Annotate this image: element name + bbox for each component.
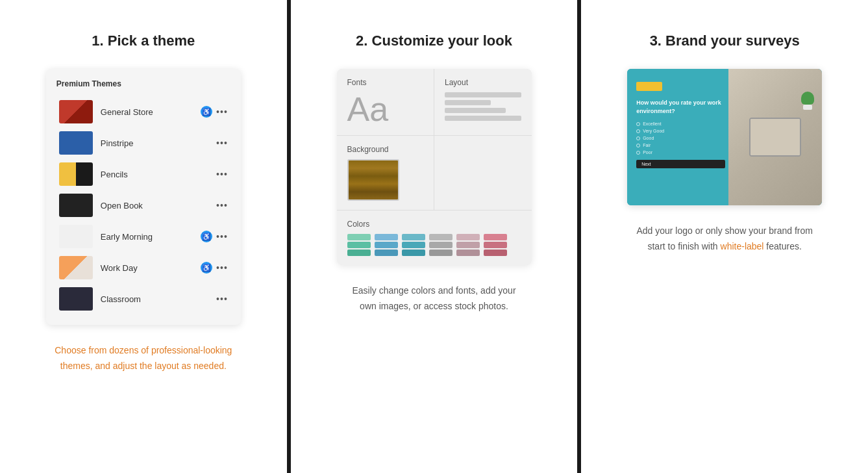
brand-preview: How would you rate your work environment…: [627, 69, 822, 205]
column-brand: 3. Brand your surveys How would you rate…: [577, 0, 868, 473]
theme-icons-pencils: •••: [216, 169, 228, 179]
swatch-bar-2-3: [375, 249, 398, 256]
dots-icon-pinstripe[interactable]: •••: [216, 138, 228, 148]
brand-question: How would you rate your work environment…: [636, 99, 725, 115]
dots-icon-pencils[interactable]: •••: [216, 169, 228, 179]
theme-name-open-book: Open Book: [101, 201, 216, 211]
swatch-group-2[interactable]: [375, 234, 398, 256]
swatch-group-3[interactable]: [402, 234, 425, 256]
brand-option-text-poor: Poor: [643, 150, 652, 155]
dots-icon-general-store[interactable]: •••: [216, 107, 228, 117]
colors-section: Colors: [337, 211, 532, 265]
theme-name-pinstripe: Pinstripe: [101, 138, 216, 148]
theme-item-pinstripe[interactable]: Pinstripe •••: [56, 127, 230, 159]
main-wrapper: 1. Pick a theme Premium Themes General S…: [0, 0, 868, 473]
background-row: Background: [337, 136, 532, 211]
col3-title: 3. Brand your surveys: [650, 32, 800, 49]
theme-thumb-early-morning: [59, 225, 93, 248]
theme-icons-work-day: ♿ •••: [201, 262, 228, 274]
background-label: Background: [347, 145, 424, 154]
font-sample: Aa: [347, 92, 424, 126]
swatch-bar-4-1: [429, 234, 453, 240]
plant-pot: [803, 105, 812, 110]
swatch-group-6[interactable]: [484, 234, 507, 256]
column-customize: 2. Customize your look Fonts Aa Layout: [287, 0, 578, 473]
theme-icons-pinstripe: •••: [216, 138, 228, 148]
col3-description: Add your logo or only show your brand fr…: [634, 224, 815, 255]
swatch-bar-2-1: [375, 234, 398, 240]
swatch-bar-6-3: [484, 249, 507, 256]
theme-item-general-store[interactable]: General Store ♿ •••: [56, 96, 230, 127]
col2-description: Easily change colors and fonts, add your…: [343, 283, 525, 314]
theme-thumb-pencils: [59, 162, 93, 186]
brand-image-area: [728, 69, 822, 205]
swatch-bar-5-1: [456, 234, 480, 240]
layout-label: Layout: [445, 78, 521, 87]
brand-radio-poor: [636, 151, 640, 155]
theme-item-pencils[interactable]: Pencils •••: [56, 159, 230, 190]
brand-radio-good: [636, 136, 640, 140]
layout-bar-2: [445, 100, 491, 105]
color-swatches: [347, 234, 521, 256]
background-preview[interactable]: [347, 159, 399, 201]
layout-cell: Layout: [434, 69, 532, 135]
theme-thumb-general-store: [59, 100, 93, 123]
white-label-highlight: white-label: [721, 241, 764, 251]
swatch-bar-3-3: [402, 249, 425, 256]
fonts-layout-row: Fonts Aa Layout: [337, 69, 532, 136]
brand-option-very-good: Very Good: [636, 129, 725, 133]
dots-icon-work-day[interactable]: •••: [216, 262, 228, 273]
dots-icon-classroom[interactable]: •••: [216, 294, 228, 304]
accessibility-icon-early-morning: ♿: [201, 231, 212, 242]
theme-item-early-morning[interactable]: Early Morning ♿ •••: [56, 221, 230, 252]
swatch-group-5[interactable]: [456, 234, 480, 256]
layout-bar-1: [445, 92, 521, 97]
swatch-bar-2-2: [375, 242, 398, 248]
theme-icons-general-store: ♿ •••: [201, 106, 228, 118]
swatch-group-4[interactable]: [429, 234, 453, 256]
premium-themes-label: Premium Themes: [56, 79, 230, 88]
fonts-label: Fonts: [347, 78, 424, 87]
swatch-bar-1-2: [347, 242, 371, 248]
swatch-bar-1-1: [347, 234, 371, 240]
swatch-bar-5-2: [456, 242, 480, 248]
theme-thumb-classroom: [59, 287, 93, 311]
theme-item-open-book[interactable]: Open Book •••: [56, 190, 230, 221]
swatch-bar-4-3: [429, 249, 453, 256]
plant-leaves: [801, 92, 814, 105]
fonts-cell: Fonts Aa: [337, 69, 434, 135]
theme-name-early-morning: Early Morning: [101, 232, 201, 242]
column-pick-theme: 1. Pick a theme Premium Themes General S…: [0, 0, 287, 473]
swatch-group-1[interactable]: [347, 234, 371, 256]
theme-item-classroom[interactable]: Classroom •••: [56, 283, 230, 314]
brand-option-excellent: Excellent: [636, 121, 725, 126]
dots-icon-early-morning[interactable]: •••: [216, 231, 228, 242]
col1-title: 1. Pick a theme: [92, 32, 195, 49]
swatch-bar-5-3: [456, 249, 480, 256]
theme-thumb-pinstripe: [59, 131, 93, 155]
layout-bar-4: [445, 116, 521, 121]
brand-radio-fair: [636, 144, 640, 147]
brand-survey-area: How would you rate your work environment…: [627, 69, 734, 205]
layout-bar-3: [445, 108, 506, 113]
swatch-bar-3-1: [402, 234, 425, 240]
dots-icon-open-book[interactable]: •••: [216, 200, 228, 211]
theme-icons-open-book: •••: [216, 200, 228, 211]
brand-option-text-fair: Fair: [643, 143, 651, 147]
brand-laptop-bg: [728, 69, 822, 205]
brand-logo: [636, 82, 662, 91]
theme-name-classroom: Classroom: [101, 294, 216, 304]
brand-next-button[interactable]: Next: [636, 160, 725, 168]
col2-title: 2. Customize your look: [356, 32, 512, 49]
colors-label: Colors: [347, 220, 521, 229]
brand-option-text-good: Good: [643, 136, 654, 140]
theme-item-work-day[interactable]: Work Day ♿ •••: [56, 252, 230, 283]
theme-icons-early-morning: ♿ •••: [201, 231, 228, 242]
swatch-bar-4-2: [429, 242, 453, 248]
swatch-bar-3-2: [402, 242, 425, 248]
accessibility-icon-work-day: ♿: [201, 262, 212, 274]
brand-option-good: Good: [636, 136, 725, 140]
swatch-bar-6-1: [484, 234, 507, 240]
theme-thumb-work-day: [59, 256, 93, 279]
theme-panel: Premium Themes General Store ♿ ••• Pinst…: [46, 69, 241, 325]
